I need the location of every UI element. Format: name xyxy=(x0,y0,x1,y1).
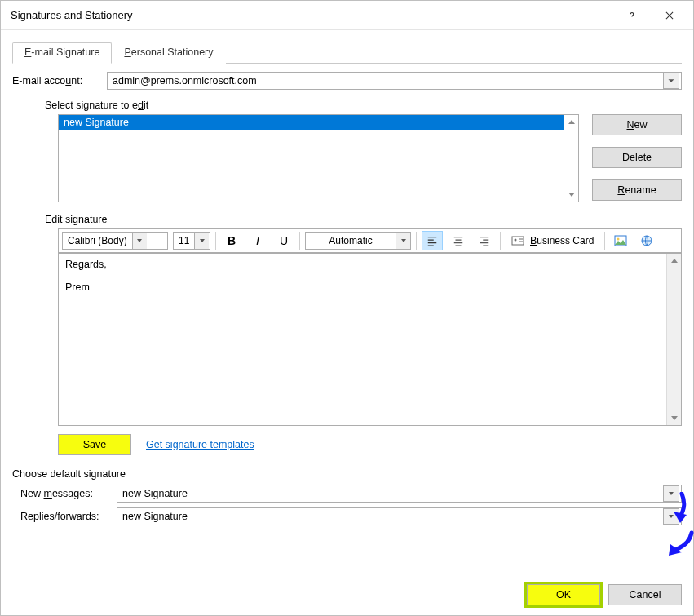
editor-line: Prem xyxy=(65,281,660,293)
bold-button[interactable]: B xyxy=(221,231,242,250)
help-button[interactable] xyxy=(613,3,651,28)
chevron-down-icon xyxy=(663,73,679,89)
replies-forwards-value: new Signature xyxy=(122,511,188,522)
select-signature-label: Select signature to edit xyxy=(45,100,682,111)
rename-button[interactable]: Rename xyxy=(592,179,682,201)
cancel-button[interactable]: Cancel xyxy=(608,584,682,605)
tab-personal-stationery[interactable]: Personal Stationery xyxy=(112,42,225,64)
chevron-down-icon xyxy=(194,233,209,249)
align-left-button[interactable] xyxy=(422,231,443,250)
svg-point-1 xyxy=(515,239,517,242)
business-card-button[interactable]: Business Card xyxy=(506,231,599,250)
font-size-dropdown[interactable]: 11 xyxy=(173,232,210,250)
align-left-icon xyxy=(427,235,438,246)
align-right-icon xyxy=(479,235,490,246)
close-button[interactable] xyxy=(651,3,688,28)
signature-editor-wrap: Regards, Prem xyxy=(58,253,682,426)
listbox-scrollbar[interactable] xyxy=(564,115,578,202)
font-family-dropdown[interactable]: Calibri (Body) xyxy=(62,232,168,250)
font-color-dropdown[interactable]: Automatic xyxy=(305,232,411,250)
email-account-value: admin@prems.onmicrosoft.com xyxy=(113,75,257,86)
align-right-button[interactable] xyxy=(474,231,495,250)
ok-button[interactable]: OK xyxy=(527,584,600,605)
choose-default-section: Choose default signature New messages: n… xyxy=(12,468,682,525)
edit-signature-label: Edit signature xyxy=(45,214,682,225)
align-center-button[interactable] xyxy=(448,231,469,250)
tab-email-signature[interactable]: E-mail Signature xyxy=(12,42,112,64)
chevron-down-icon xyxy=(396,233,410,249)
format-toolbar: Calibri (Body) 11 B I U Automatic xyxy=(58,228,682,253)
close-icon xyxy=(664,10,675,21)
save-button[interactable]: Save xyxy=(58,434,131,455)
link-icon xyxy=(640,234,653,247)
new-messages-label: New messages: xyxy=(12,488,110,499)
business-card-icon xyxy=(511,235,524,246)
tab-bar: E-mail Signature Personal Stationery xyxy=(12,42,682,64)
replies-forwards-dropdown[interactable]: new Signature xyxy=(117,507,682,525)
chevron-down-icon xyxy=(132,233,147,249)
titlebar: Signatures and Stationery xyxy=(1,1,693,30)
svg-point-3 xyxy=(617,238,620,241)
email-account-row: E-mail account: admin@prems.onmicrosoft.… xyxy=(12,72,682,90)
scroll-up-icon[interactable] xyxy=(564,115,578,130)
list-item[interactable]: new Signature xyxy=(59,115,564,130)
chevron-down-icon xyxy=(663,508,679,525)
help-icon xyxy=(626,10,638,21)
underline-button[interactable]: U xyxy=(273,231,294,250)
choose-default-label: Choose default signature xyxy=(12,468,682,480)
window-title: Signatures and Stationery xyxy=(11,9,613,21)
scroll-down-icon[interactable] xyxy=(667,410,681,425)
editor-scrollbar[interactable] xyxy=(666,254,681,425)
align-center-icon xyxy=(453,235,464,246)
new-messages-dropdown[interactable]: new Signature xyxy=(117,485,682,503)
get-templates-link[interactable]: Get signature templates xyxy=(146,439,254,450)
new-button[interactable]: New xyxy=(592,114,682,135)
editor-line: Regards, xyxy=(65,259,660,270)
insert-picture-button[interactable] xyxy=(610,231,631,250)
replies-forwards-label: Replies/forwards: xyxy=(12,511,110,522)
insert-link-button[interactable] xyxy=(636,231,657,250)
svg-rect-0 xyxy=(512,237,524,245)
chevron-down-icon xyxy=(663,485,679,502)
signature-editor[interactable]: Regards, Prem xyxy=(59,254,666,425)
scroll-up-icon[interactable] xyxy=(667,254,681,268)
dialog-footer: OK Cancel xyxy=(1,574,693,615)
picture-icon xyxy=(614,235,627,246)
signature-listbox[interactable]: new Signature xyxy=(58,114,579,202)
email-account-dropdown[interactable]: admin@prems.onmicrosoft.com xyxy=(107,72,682,90)
email-account-label: E-mail account: xyxy=(12,75,100,86)
scroll-down-icon[interactable] xyxy=(564,187,578,202)
new-messages-value: new Signature xyxy=(122,488,188,499)
signatures-dialog: Signatures and Stationery E-mail Signatu… xyxy=(0,0,694,616)
italic-button[interactable]: I xyxy=(247,231,268,250)
delete-button[interactable]: Delete xyxy=(592,147,682,168)
